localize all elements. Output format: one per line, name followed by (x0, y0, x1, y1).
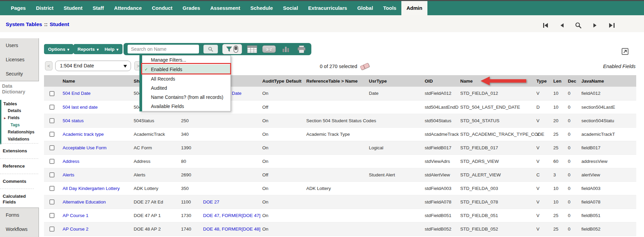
breadcrumb-page-link[interactable]: Student (50, 21, 69, 27)
nav-tab-district[interactable]: District (31, 1, 59, 15)
sidebar-item-fields[interactable]: Fields (3, 114, 39, 122)
help-button[interactable]: Help (101, 44, 123, 54)
row-checkbox[interactable] (49, 213, 54, 218)
row-checkbox[interactable] (49, 118, 54, 123)
row-checkbox[interactable] (49, 227, 54, 232)
nav-tab-staff[interactable]: Staff (88, 1, 109, 15)
search-icon[interactable] (203, 45, 218, 53)
field-name-link[interactable]: Alerts (63, 172, 74, 177)
filter-menu-item-audited[interactable]: Audited (142, 84, 230, 93)
alias-link[interactable]: DOE 48, FORMER[DOE 48] (203, 227, 261, 232)
nav-tab-schedule[interactable]: Schedule (245, 1, 278, 15)
nav-tab-pages[interactable]: Pages (6, 1, 31, 15)
alias-link[interactable]: DOE 47, FORMER[DOE 47] (203, 213, 261, 218)
sidebar-item-security[interactable]: Security (0, 67, 39, 81)
search-records-icon[interactable] (575, 22, 582, 29)
sidebar-item-data-dictionary[interactable]: Data Dictionary (2, 83, 33, 95)
filter-menu-item-all-records[interactable]: All Records (142, 74, 230, 84)
field-name-link[interactable]: Academic track type (63, 132, 104, 137)
sidebar-item-relationships[interactable]: Relationships (3, 129, 39, 136)
checkbox-cell (44, 195, 59, 209)
dec-cell: 0 (564, 209, 578, 222)
last-record-icon[interactable] (608, 22, 615, 29)
prev-page-button[interactable]: < (45, 61, 52, 70)
column-header-default-6: Default (283, 75, 303, 87)
az-sort-icon[interactable]: a-z (262, 45, 276, 53)
alias-link[interactable]: Date (232, 91, 242, 96)
expand-icon[interactable] (622, 48, 628, 55)
nav-tab-social[interactable]: Social (278, 1, 303, 15)
referencetable-cell (303, 154, 365, 168)
field-name-link[interactable]: 504 last end date (63, 105, 98, 110)
row-checkbox[interactable] (49, 172, 54, 177)
nav-tab-grades[interactable]: Grades (178, 1, 205, 15)
sidebar-item-validations[interactable]: Validations (3, 136, 39, 143)
nav-tab-assessment[interactable]: Assessment (205, 1, 245, 15)
name-cell: AP Course 1 (59, 209, 130, 222)
next-record-icon[interactable] (591, 22, 599, 29)
print-icon[interactable] (296, 45, 307, 53)
len-cell: 10 (550, 87, 564, 100)
sidebar-item-calculated-fields[interactable]: Calculated Fields (0, 189, 34, 208)
field-name-link[interactable]: 504 status (63, 118, 84, 123)
nav-tab-extracurriculars[interactable]: Extracurriculars (303, 1, 352, 15)
row-checkbox[interactable] (49, 145, 54, 150)
column-header-oid-9: OID (421, 75, 457, 87)
filter-menu-item-enabled-fields[interactable]: Enabled Fields (142, 65, 230, 74)
nav-tab-admin[interactable]: Admin (401, 1, 427, 15)
options-button[interactable]: Options (44, 44, 73, 54)
row-checkbox[interactable] (49, 186, 54, 191)
nav-tab-attendance[interactable]: Attendance (109, 1, 147, 15)
sysname-cell: STD_FIELDB_017 (457, 141, 533, 154)
field-name-link[interactable]: 504 End Date (63, 91, 91, 96)
field-name-link[interactable]: AP Course 2 (63, 227, 88, 232)
row-checkbox[interactable] (49, 105, 54, 110)
clear-selection-eraser-icon[interactable] (360, 63, 370, 70)
checkbox-cell (44, 209, 59, 222)
sidebar-item-extensions[interactable]: Extensions (0, 143, 38, 158)
nav-tab-tools[interactable]: Tools (378, 1, 401, 15)
filter-menu-item-name-contains-from-all-records[interactable]: Name Contains? (from all records) (142, 93, 230, 102)
oid-cell: std504LastEndD (421, 100, 457, 114)
grid-view-icon[interactable] (246, 45, 258, 53)
sidebar-item-tables[interactable]: Tables (3, 101, 39, 107)
previous-record-icon[interactable] (558, 22, 565, 29)
sidebar-item-forms[interactable]: Forms (0, 208, 39, 222)
alias-link[interactable]: DOE 27 (203, 199, 219, 204)
record-select[interactable]: 1:504 End Date (55, 61, 131, 71)
sidebar-item-comments[interactable]: Comments (0, 174, 38, 189)
chart-icon[interactable] (280, 45, 292, 53)
sidebar-sections: ExtensionsReferenceCommentsCalculated Fi… (0, 143, 38, 208)
row-checkbox[interactable] (49, 132, 54, 137)
filter-toggle-icon[interactable] (222, 44, 242, 54)
usrtype-cell: Student Alert (365, 168, 421, 181)
sidebar-item-tags[interactable]: Tags (3, 122, 39, 129)
field-name-link[interactable]: All Day Kindergarten Lottery (63, 186, 120, 191)
sidebar-item-workflows[interactable]: Workflows (0, 222, 39, 236)
filter-menu-item-available-fields[interactable]: Available Fields (142, 102, 230, 111)
len-cell: 10 (550, 181, 564, 195)
sidebar-item-licenses[interactable]: Licenses (0, 52, 39, 67)
field-name-link[interactable]: Acceptable Use Form (63, 145, 107, 150)
row-checkbox[interactable] (49, 159, 54, 164)
breadcrumb-section-link[interactable]: System Tables (6, 21, 42, 27)
fields-table: NameShoAuditTypeDefaultReferenceTable > … (44, 75, 636, 236)
reports-button[interactable]: Reports (73, 44, 103, 54)
sidebar-item-details[interactable]: Details (3, 107, 39, 114)
sidebar-item-users[interactable]: Users (0, 38, 39, 52)
nav-tab-student[interactable]: Student (59, 1, 88, 15)
first-record-icon[interactable] (541, 22, 549, 29)
nav-tab-global[interactable]: Global (352, 1, 378, 15)
field-name-link[interactable]: Address (63, 159, 80, 164)
filter-switch-icon[interactable] (234, 45, 238, 53)
filter-menu-item-manage-filters[interactable]: Manage Filters... (142, 56, 230, 65)
row-checkbox[interactable] (49, 199, 54, 204)
size-cell: 2690 (178, 168, 200, 181)
field-name-link[interactable]: AP Course 1 (63, 213, 88, 218)
field-name-link[interactable]: Alternative Education (63, 199, 106, 204)
sidebar-item-reference[interactable]: Reference (0, 158, 38, 174)
default-cell (283, 209, 303, 222)
nav-tab-conduct[interactable]: Conduct (147, 1, 178, 15)
row-checkbox[interactable] (49, 91, 54, 96)
search-input[interactable] (128, 45, 199, 53)
